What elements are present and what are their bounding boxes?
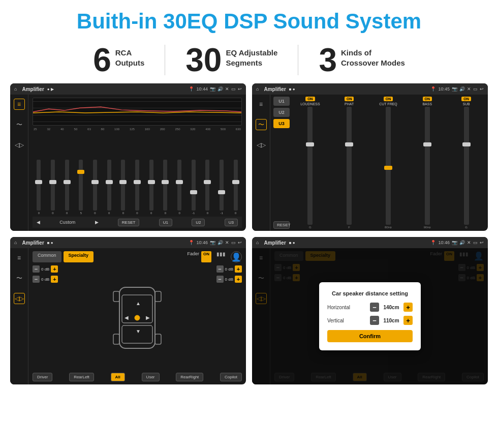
- loudness-on[interactable]: ON: [305, 97, 315, 101]
- eq-slider-5: 0: [103, 160, 115, 215]
- db-plus-rr[interactable]: +: [235, 276, 242, 283]
- bass-label: BASS: [422, 102, 432, 106]
- fader-btn-user[interactable]: User: [142, 373, 160, 381]
- fader-tab-specialty[interactable]: Specialty: [64, 251, 94, 262]
- eq-sidebar-vol[interactable]: ◁▷: [14, 139, 25, 151]
- db-plus-rl[interactable]: +: [51, 276, 58, 283]
- crossover-preset-u2[interactable]: U2: [273, 108, 290, 117]
- eq-track-7[interactable]: [135, 160, 139, 211]
- eq-track-12[interactable]: [205, 160, 209, 211]
- sub-freq: G: [465, 226, 468, 229]
- eq-track-6[interactable]: [121, 160, 125, 211]
- svg-text:▲: ▲: [136, 301, 141, 306]
- crossover-sidebar-vol[interactable]: ◁▷: [256, 139, 267, 151]
- crossover-topbar-icons: 📍 10:45 📷 🔊 ✕ ▭ ↩: [430, 86, 484, 92]
- eq-track-8[interactable]: [149, 160, 153, 211]
- home-icon-3[interactable]: ⌂: [14, 240, 17, 245]
- cutfreq-on[interactable]: ON: [384, 97, 393, 101]
- crossover-reset[interactable]: RESET: [273, 221, 290, 229]
- db-minus-fl[interactable]: −: [33, 265, 40, 273]
- loudness-slider[interactable]: [307, 107, 313, 225]
- eq-screen: ⌂ Amplifier ● ▶ 📍 10:44 📷 🔊 ✕ ▭ ↩ ≡ 〜 ◁▷: [10, 83, 246, 231]
- home-icon[interactable]: ⌂: [14, 86, 17, 92]
- sub-slider[interactable]: [464, 107, 469, 225]
- close-icon-2[interactable]: ✕: [467, 86, 471, 92]
- crossover-preset-u1[interactable]: U1: [273, 97, 290, 106]
- dialog-horizontal-minus[interactable]: −: [370, 303, 379, 312]
- db-minus-rr[interactable]: −: [216, 276, 224, 283]
- eq-track-10[interactable]: [177, 160, 181, 211]
- eq-track-1[interactable]: [51, 160, 55, 211]
- cutfreq-slider[interactable]: [386, 107, 391, 225]
- fader-btn-rearleft[interactable]: RearLeft: [69, 373, 94, 381]
- fader-btn-rearright[interactable]: RearRight: [176, 373, 203, 381]
- fader-on-badge[interactable]: ON: [201, 251, 211, 262]
- eq-track-11[interactable]: [192, 160, 196, 211]
- fader-sidebar-vol[interactable]: ◁▷: [14, 293, 25, 304]
- home-icon-4[interactable]: ⌂: [256, 240, 259, 245]
- eq-topbar-title: Amplifier: [22, 86, 44, 92]
- dialog-vertical-row: Vertical − 110cm +: [327, 316, 413, 325]
- phat-freq: F: [348, 226, 350, 229]
- dialog-horizontal-plus[interactable]: +: [403, 303, 413, 312]
- fader-sidebar-wave[interactable]: 〜: [14, 273, 25, 284]
- distance-topbar-title: Amplifier: [264, 240, 286, 246]
- fader-person-icon: 👤: [231, 251, 242, 262]
- crossover-topbar-title: Amplifier: [264, 86, 286, 92]
- eq-track-13[interactable]: [220, 160, 224, 211]
- db-plus-fl[interactable]: +: [51, 265, 58, 273]
- eq-topbar-dots: ● ▶: [47, 87, 54, 92]
- car-svg-area: ▲ ▼ ◀ ▶: [62, 265, 212, 370]
- svg-text:◀: ◀: [124, 315, 129, 320]
- crossover-sidebar-wave[interactable]: 〜: [256, 119, 267, 130]
- db-plus-fr[interactable]: +: [235, 265, 242, 273]
- fader-tab-common[interactable]: Common: [33, 251, 61, 262]
- camera-icon: 📷: [210, 86, 215, 92]
- dialog-vertical-plus[interactable]: +: [403, 316, 413, 325]
- crossover-sidebar-eq[interactable]: ≡: [256, 99, 267, 110]
- stat-rca-number: 6: [93, 44, 111, 76]
- close-icon[interactable]: ✕: [225, 86, 229, 92]
- eq-u2-btn[interactable]: U2: [192, 219, 205, 226]
- dialog-confirm-button[interactable]: Confirm: [327, 330, 413, 342]
- db-value-fl: 0 dB: [41, 267, 49, 272]
- phat-slider[interactable]: [347, 107, 352, 225]
- fader-topbar-icons: 📍 10:46 📷🔊✕▭↩: [189, 240, 242, 245]
- db-minus-fr[interactable]: −: [216, 265, 224, 273]
- crossover-preset-u3[interactable]: U3: [273, 119, 290, 128]
- back-icon[interactable]: ↩: [238, 86, 242, 92]
- eq-u1-btn[interactable]: U1: [159, 219, 172, 226]
- dialog-vertical-minus[interactable]: −: [370, 316, 379, 325]
- back-icon-2[interactable]: ↩: [480, 86, 484, 92]
- eq-track-14[interactable]: [234, 160, 238, 211]
- eq-track-4[interactable]: [93, 160, 97, 211]
- eq-track-3[interactable]: [79, 160, 83, 211]
- eq-track-2[interactable]: [65, 160, 69, 211]
- bass-on[interactable]: ON: [423, 97, 432, 101]
- speaker-left-controls: − 0 dB + − 0 dB +: [33, 265, 58, 370]
- db-value-fr: 0 dB: [225, 267, 233, 272]
- fader-sidebar-eq[interactable]: ≡: [14, 252, 25, 263]
- sub-on[interactable]: ON: [461, 97, 471, 101]
- eq-reset-btn[interactable]: RESET: [118, 219, 140, 226]
- svg-rect-5: [113, 334, 119, 344]
- fader-btn-copilot[interactable]: Copilot: [220, 373, 242, 381]
- eq-next-icon[interactable]: ▶: [95, 220, 99, 225]
- home-icon-2[interactable]: ⌂: [256, 86, 259, 92]
- eq-track-5[interactable]: [107, 160, 111, 211]
- page-title: Buith-in 30EQ DSP Sound System: [0, 0, 498, 39]
- volume-icon-2: 🔊: [459, 86, 465, 92]
- bass-slider[interactable]: [425, 107, 430, 225]
- db-minus-rl[interactable]: −: [33, 276, 40, 283]
- eq-sidebar-eq[interactable]: ≡: [14, 99, 25, 110]
- eq-track-9[interactable]: [163, 160, 167, 211]
- eq-prev-icon[interactable]: ◀: [37, 220, 40, 225]
- phat-on[interactable]: ON: [345, 97, 354, 101]
- db-value-rl: 0 dB: [41, 277, 49, 282]
- eq-sidebar-wave[interactable]: 〜: [14, 119, 25, 130]
- fader-btn-driver[interactable]: Driver: [33, 373, 52, 381]
- dialog-vertical-label: Vertical: [327, 318, 344, 323]
- eq-track-0[interactable]: [37, 160, 41, 211]
- eq-u3-btn[interactable]: U3: [225, 219, 238, 226]
- fader-btn-all[interactable]: All: [111, 373, 125, 381]
